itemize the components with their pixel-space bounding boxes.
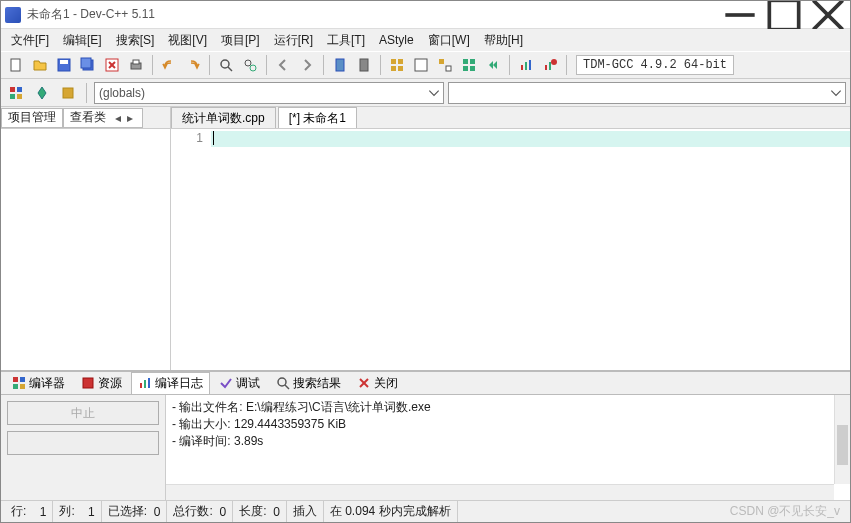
svg-rect-4 (11, 59, 20, 71)
menu-tools[interactable]: 工具[T] (321, 30, 371, 51)
replace-icon[interactable] (239, 54, 261, 76)
menu-window[interactable]: 窗口[W] (422, 30, 476, 51)
grid-icon (12, 376, 26, 390)
profile-icon[interactable] (515, 54, 537, 76)
svg-rect-41 (63, 88, 73, 98)
tab-compile-log[interactable]: 编译日志 (131, 372, 210, 395)
editor-tab-0[interactable]: 统计单词数.cpp (171, 107, 276, 128)
minimize-button[interactable] (718, 1, 762, 29)
redo-icon[interactable] (182, 54, 204, 76)
run-icon[interactable] (410, 54, 432, 76)
menu-help[interactable]: 帮助[H] (478, 30, 529, 51)
menu-search[interactable]: 搜索[S] (110, 30, 161, 51)
svg-rect-22 (391, 66, 396, 71)
svg-rect-34 (545, 65, 547, 70)
scrollbar-thumb[interactable] (837, 425, 848, 465)
svg-rect-33 (529, 60, 531, 70)
compile-log-output[interactable]: - 输出文件名: E:\编程练习\C语言\统计单词数.exe - 输出大小: 1… (166, 395, 850, 500)
menu-run[interactable]: 运行[R] (268, 30, 319, 51)
tab-next-icon[interactable]: ▸ (124, 111, 136, 125)
rebuild-icon[interactable] (458, 54, 480, 76)
code-area[interactable] (211, 129, 850, 370)
svg-rect-40 (17, 94, 22, 99)
save-all-icon[interactable] (77, 54, 99, 76)
svg-rect-30 (470, 66, 475, 71)
tab-resources[interactable]: 资源 (74, 372, 129, 395)
menu-edit[interactable]: 编辑[E] (57, 30, 108, 51)
svg-rect-42 (13, 377, 18, 382)
svg-point-36 (551, 59, 557, 65)
delete-profile-icon[interactable] (539, 54, 561, 76)
svg-point-50 (278, 378, 286, 386)
close-button[interactable] (806, 1, 850, 29)
tab-debug[interactable]: 调试 (212, 372, 267, 395)
print-icon[interactable] (125, 54, 147, 76)
svg-rect-24 (415, 59, 427, 71)
nav-back-icon[interactable] (272, 54, 294, 76)
project-tab[interactable]: 项目管理 (1, 108, 63, 128)
secondary-toolbar: (globals) (1, 79, 850, 107)
svg-rect-25 (439, 59, 444, 64)
search-icon (276, 376, 290, 390)
tab-search-results[interactable]: 搜索结果 (269, 372, 348, 395)
svg-point-14 (221, 60, 229, 68)
function-combo[interactable] (448, 82, 846, 104)
svg-rect-19 (360, 59, 368, 71)
find-icon[interactable] (215, 54, 237, 76)
code-editor[interactable]: 1 (171, 129, 850, 370)
editor-area: 统计单词数.cpp [*] 未命名1 1 (171, 107, 850, 370)
menu-file[interactable]: 文件[F] (5, 30, 55, 51)
svg-rect-31 (521, 65, 523, 70)
scrollbar-horizontal[interactable] (166, 484, 834, 500)
menu-project[interactable]: 项目[P] (215, 30, 266, 51)
svg-rect-39 (10, 94, 15, 99)
menu-astyle[interactable]: AStyle (373, 31, 420, 49)
compile-icon[interactable] (386, 54, 408, 76)
svg-rect-28 (470, 59, 475, 64)
open-file-icon[interactable] (29, 54, 51, 76)
nav-forward-icon[interactable] (296, 54, 318, 76)
compiler-selector[interactable]: TDM-GCC 4.9.2 64-bit (576, 55, 734, 75)
tab-compiler[interactable]: 编译器 (5, 372, 72, 395)
status-col: 列: 1 (53, 501, 101, 522)
new-class-icon[interactable] (5, 82, 27, 104)
svg-line-51 (285, 385, 289, 389)
undo-icon[interactable] (158, 54, 180, 76)
status-done: 在 0.094 秒内完成解析 (324, 501, 458, 522)
watermark: CSDN @不见长安_v (458, 501, 846, 522)
svg-rect-49 (148, 378, 150, 388)
project-tree[interactable] (1, 129, 170, 370)
svg-rect-29 (463, 66, 468, 71)
goto-bookmark-icon[interactable] (353, 54, 375, 76)
compile-run-icon[interactable] (434, 54, 456, 76)
line-gutter: 1 (171, 129, 211, 370)
editor-tabs: 统计单词数.cpp [*] 未命名1 (171, 107, 850, 129)
svg-rect-47 (140, 383, 142, 388)
insert-icon[interactable] (31, 82, 53, 104)
menu-bar: 文件[F] 编辑[E] 搜索[S] 视图[V] 项目[P] 运行[R] 工具[T… (1, 29, 850, 51)
resources-icon (81, 376, 95, 390)
tab-prev-icon[interactable]: ◂ (112, 111, 124, 125)
scrollbar-vertical[interactable] (834, 395, 850, 484)
status-bar: 行: 1 列: 1 已选择: 0 总行数: 0 长度: 0 插入 在 0.094… (1, 500, 850, 522)
save-icon[interactable] (53, 54, 75, 76)
classes-tab[interactable]: 查看类 ◂ ▸ (63, 108, 143, 128)
new-file-icon[interactable] (5, 54, 27, 76)
editor-tab-1[interactable]: [*] 未命名1 (278, 107, 357, 128)
abort-button[interactable]: 中止 (7, 401, 159, 425)
tab-close[interactable]: 关闭 (350, 372, 405, 395)
check-icon (219, 376, 233, 390)
svg-rect-1 (769, 0, 798, 29)
bookmark-icon[interactable] (329, 54, 351, 76)
menu-view[interactable]: 视图[V] (162, 30, 213, 51)
debug-icon[interactable] (482, 54, 504, 76)
close-file-icon[interactable] (101, 54, 123, 76)
text-caret (213, 131, 214, 145)
toggle-icon[interactable] (57, 82, 79, 104)
shorten-button[interactable] (7, 431, 159, 455)
scope-combo[interactable]: (globals) (94, 82, 444, 104)
svg-rect-43 (20, 377, 25, 382)
svg-rect-44 (13, 384, 18, 389)
left-panel: 项目管理 查看类 ◂ ▸ (1, 107, 171, 370)
maximize-button[interactable] (762, 1, 806, 29)
